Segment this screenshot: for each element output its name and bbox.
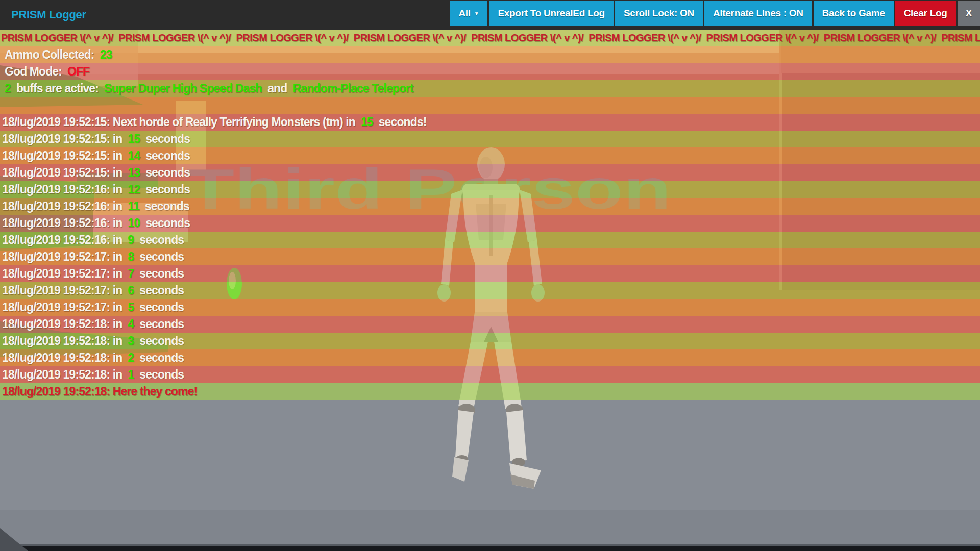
- scroll-lock-button[interactable]: Scroll Lock: ON: [615, 1, 703, 26]
- dropdown-caret-icon: ▼: [474, 11, 479, 16]
- log-text-segment: seconds!: [373, 115, 427, 129]
- log-text-segment: seconds: [134, 334, 184, 347]
- log-text-segment: 18/lug/2019 19:52:15: in: [2, 166, 128, 179]
- log-text-segment: buffs are active:: [11, 82, 104, 95]
- log-row: 18/lug/2019 19:52:15: in 14 seconds: [0, 147, 980, 164]
- button-label: Export To UnrealEd Log: [498, 8, 604, 19]
- clear-log-button[interactable]: Clear Log: [895, 1, 956, 26]
- log-text-segment: 18/lug/2019 19:52:15: Next horde of Real…: [2, 115, 361, 129]
- log-text-segment: 5: [128, 300, 134, 314]
- button-label: Scroll Lock: ON: [624, 8, 694, 19]
- log-text-segment: PRISM LOGGER \(^ v ^)/ PRISM LOGGER \(^ …: [1, 32, 980, 43]
- log-text-segment: 18/lug/2019 19:52:15: in: [2, 132, 128, 145]
- back-to-game-button[interactable]: Back to Game: [814, 1, 894, 26]
- log-row: Ammo Collected: 23: [0, 46, 980, 63]
- log-text-segment: 18/lug/2019 19:52:17: in: [2, 267, 128, 280]
- log-text-segment: seconds: [139, 199, 189, 213]
- button-label: All: [458, 8, 470, 19]
- log-text-segment: 18/lug/2019 19:52:16: in: [2, 183, 128, 196]
- log-text-segment: seconds: [140, 132, 190, 145]
- log-row: 18/lug/2019 19:52:17: in 5 seconds: [0, 299, 980, 316]
- alternate-lines-button[interactable]: Alternate Lines : ON: [704, 1, 812, 26]
- log-text-segment: seconds: [140, 216, 190, 230]
- log-row: 18/lug/2019 19:52:18: in 2 seconds: [0, 349, 980, 366]
- log-text-segment: 13: [128, 166, 140, 179]
- log-row: 18/lug/2019 19:52:17: in 8 seconds: [0, 248, 980, 265]
- button-label: X: [966, 8, 972, 19]
- log-text-segment: 18/lug/2019 19:52:15: in: [2, 149, 128, 162]
- log-row: 18/lug/2019 19:52:16: in 9 seconds: [0, 232, 980, 248]
- log-text-segment: OFF: [67, 65, 89, 78]
- game-screen: Third Person: [0, 0, 980, 551]
- logger-title: PRISM Logger: [11, 0, 86, 30]
- log-text-segment: 15: [361, 115, 373, 129]
- log-row: 2 buffs are active: Super Duper High Spe…: [0, 80, 980, 97]
- log-text-segment: 18/lug/2019 19:52:18: in: [2, 317, 128, 331]
- log-row: 18/lug/2019 19:52:15: in 15 seconds: [0, 131, 980, 147]
- log-text-segment: Super Duper High Speed Dash: [104, 82, 262, 95]
- log-text-segment: 14: [128, 149, 140, 162]
- log-text-segment: 9: [128, 233, 134, 246]
- log-text-segment: 3: [128, 334, 134, 347]
- log-text-segment: seconds: [134, 351, 184, 364]
- log-text-segment: 2: [128, 351, 134, 364]
- log-row: 18/lug/2019 19:52:15: Next horde of Real…: [0, 114, 980, 131]
- log-text-segment: 18/lug/2019 19:52:16: in: [2, 216, 128, 230]
- log-row: 18/lug/2019 19:52:18: in 4 seconds: [0, 316, 980, 333]
- log-text-segment: seconds: [134, 233, 184, 246]
- log-text-segment: 23: [100, 48, 112, 61]
- log-text-segment: 18/lug/2019 19:52:16: in: [2, 233, 128, 246]
- toolbar-buttons: All▼Export To UnrealEd LogScroll Lock: O…: [450, 1, 980, 26]
- log-text-segment: 10: [128, 216, 140, 230]
- log-text-segment: 18/lug/2019 19:52:18: in: [2, 368, 128, 381]
- log-text-segment: 7: [128, 267, 134, 280]
- bottom-dark-strip: [0, 546, 980, 551]
- log-text-segment: seconds: [134, 317, 184, 331]
- log-text-segment: 15: [128, 132, 140, 145]
- log-text-segment: 18/lug/2019 19:52:18: in: [2, 334, 128, 347]
- log-text-segment: 18/lug/2019 19:52:16: in: [2, 199, 128, 213]
- log-row: 18/lug/2019 19:52:18: in 3 seconds: [0, 333, 980, 349]
- log-row: 18/lug/2019 19:52:17: in 7 seconds: [0, 265, 980, 282]
- log-text-segment: Ammo Collected:: [5, 48, 100, 61]
- button-label: Back to Game: [822, 8, 885, 19]
- prism-logger-overlay[interactable]: PRISM LOGGER \(^ v ^)/ PRISM LOGGER \(^ …: [0, 30, 980, 400]
- log-row: God Mode: OFF: [0, 63, 980, 80]
- log-row: 18/lug/2019 19:52:17: in 6 seconds: [0, 282, 980, 299]
- log-text-segment: 6: [128, 284, 134, 297]
- log-text-segment: seconds: [140, 166, 190, 179]
- log-text-segment: seconds: [140, 183, 190, 196]
- log-row: 18/lug/2019 19:52:18: Here they come!: [0, 383, 980, 400]
- log-text-segment: seconds: [134, 250, 184, 263]
- log-text-segment: 4: [128, 317, 134, 331]
- log-text-segment: seconds: [134, 284, 184, 297]
- log-text-segment: seconds: [134, 300, 184, 314]
- log-text-segment: seconds: [134, 267, 184, 280]
- log-text-segment: seconds: [140, 149, 190, 162]
- log-row: 18/lug/2019 19:52:16: in 12 seconds: [0, 181, 980, 198]
- log-row: [0, 97, 980, 114]
- log-text-segment: 1: [128, 368, 134, 381]
- log-text-segment: 18/lug/2019 19:52:17: in: [2, 250, 128, 263]
- export-unrealed-log-button[interactable]: Export To UnrealEd Log: [489, 1, 613, 26]
- log-row: 18/lug/2019 19:52:16: in 10 seconds: [0, 215, 980, 232]
- logger-banner-row: PRISM LOGGER \(^ v ^)/ PRISM LOGGER \(^ …: [0, 30, 980, 46]
- log-text-segment: 18/lug/2019 19:52:18: in: [2, 351, 128, 364]
- log-text-segment: 11: [128, 199, 139, 213]
- logger-toolbar: PRISM Logger All▼Export To UnrealEd LogS…: [0, 0, 980, 30]
- log-text-segment: 8: [128, 250, 134, 263]
- log-text-segment: God Mode:: [5, 65, 67, 78]
- log-row: 18/lug/2019 19:52:18: in 1 seconds: [0, 366, 980, 383]
- log-text-segment: seconds: [134, 368, 184, 381]
- log-text-segment: 18/lug/2019 19:52:17: in: [2, 284, 128, 297]
- close-button[interactable]: X: [958, 1, 980, 26]
- log-row: 18/lug/2019 19:52:15: in 13 seconds: [0, 164, 980, 181]
- log-text-segment: 18/lug/2019 19:52:18: Here they come!: [2, 385, 197, 398]
- filter-all-button[interactable]: All▼: [450, 1, 487, 26]
- log-text-segment: 12: [128, 183, 140, 196]
- log-text-segment: Random-Place Teleport: [292, 82, 413, 95]
- button-label: Clear Log: [904, 8, 947, 19]
- log-text-segment: 18/lug/2019 19:52:17: in: [2, 300, 128, 314]
- log-text-segment: and: [262, 82, 292, 95]
- button-label: Alternate Lines : ON: [713, 8, 803, 19]
